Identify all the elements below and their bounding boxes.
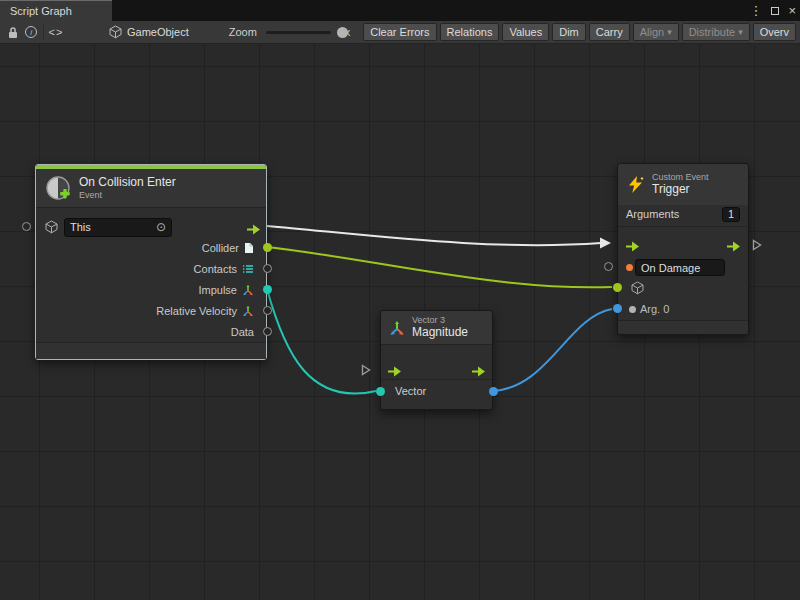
clear-errors-button[interactable]: Clear Errors	[363, 23, 436, 41]
arguments-label: Arguments	[626, 208, 679, 220]
caret-down-icon: ▾	[738, 27, 743, 37]
tab-title: Script Graph	[10, 5, 72, 17]
maximize-icon[interactable]	[771, 7, 779, 15]
lightning-icon	[626, 175, 645, 194]
vector3-axes-icon	[242, 284, 254, 296]
lock-button[interactable]	[4, 23, 22, 42]
wire-collider-to-target[interactable]	[267, 247, 612, 287]
window-controls: ⋮ ×	[749, 0, 796, 21]
node-trigger-custom-event[interactable]: Custom Event Trigger Arguments 1 On Dama…	[617, 163, 749, 335]
target-row: This ⊙	[36, 217, 266, 237]
button-label: Values	[509, 26, 542, 38]
port-row-data: Data	[36, 322, 266, 342]
node-footer	[618, 320, 748, 334]
flow-input-port[interactable]	[625, 238, 640, 249]
toolbar-buttons: Clear Errors Relations Values Dim Carry …	[363, 23, 796, 41]
node-subtitle: Event	[79, 190, 176, 200]
target-field[interactable]: This ⊙	[64, 218, 172, 237]
arg0-label: Arg. 0	[640, 303, 669, 315]
toolbar-separator	[43, 25, 44, 39]
node-vector3-magnitude[interactable]: Vector 3 Magnitude Vector	[380, 310, 493, 410]
arguments-value: 1	[728, 208, 734, 220]
overview-button[interactable]: Overv	[753, 23, 796, 41]
button-label: Clear Errors	[370, 26, 429, 38]
cube-icon	[631, 281, 644, 295]
zoom-slider[interactable]	[266, 31, 331, 34]
carry-button[interactable]: Carry	[589, 23, 630, 41]
port-row-relative-velocity: Relative Velocity	[36, 301, 266, 321]
arg0-dot-icon	[629, 306, 636, 313]
gameobject-cube-icon	[109, 25, 122, 39]
node-title: Trigger	[652, 183, 709, 197]
code-icon: <>	[49, 26, 64, 38]
code-view-button[interactable]: <>	[47, 23, 65, 42]
port-label: Vector	[395, 385, 426, 397]
info-icon: i	[25, 26, 37, 38]
flow-output-port[interactable]	[726, 238, 741, 249]
button-label: Distribute	[689, 26, 735, 38]
node-title: Magnitude	[412, 326, 468, 340]
arguments-field[interactable]: 1	[722, 207, 740, 222]
vector3-axes-icon	[389, 320, 405, 336]
flow-output-port[interactable]	[471, 363, 486, 374]
close-icon[interactable]: ×	[788, 4, 796, 17]
vector3-axes-icon	[242, 305, 254, 317]
port-relative-velocity-output[interactable]	[263, 306, 272, 315]
target-picker-icon[interactable]: ⊙	[156, 221, 166, 233]
node-on-collision-enter[interactable]: On Collision Enter Event This ⊙ Collider…	[35, 164, 267, 360]
row-divider	[381, 379, 492, 380]
info-button[interactable]: i	[22, 23, 40, 42]
row-divider	[618, 226, 748, 227]
values-button[interactable]: Values	[502, 23, 549, 41]
wire-magnitude-to-arg0[interactable]	[493, 309, 612, 391]
collider-doc-icon	[244, 242, 254, 254]
port-label: Contacts	[194, 263, 237, 275]
port-row-contacts: Contacts	[36, 259, 266, 279]
dim-button[interactable]: Dim	[552, 23, 586, 41]
port-trigger-target-input[interactable]	[613, 283, 622, 292]
port-data-output[interactable]	[263, 327, 272, 336]
breadcrumb[interactable]: GameObject	[103, 23, 195, 41]
lock-icon	[7, 26, 19, 39]
port-collider-output[interactable]	[263, 243, 272, 252]
wire-impulse-to-vector[interactable]	[267, 289, 376, 394]
wire-control-flow[interactable]	[267, 226, 601, 245]
button-label: Relations	[447, 26, 493, 38]
port-contacts-output[interactable]	[263, 264, 272, 273]
event-name-field[interactable]: On Damage	[635, 259, 725, 276]
node-footer	[36, 342, 266, 359]
node-header: Vector 3 Magnitude	[381, 311, 492, 345]
zoom-slider-knob[interactable]	[337, 27, 348, 38]
port-row-impulse: Impulse	[36, 280, 266, 300]
button-label: Overv	[760, 26, 789, 38]
port-arg0-input[interactable]	[613, 304, 622, 313]
event-icon	[45, 175, 71, 201]
tab-script-graph[interactable]: Script Graph	[0, 0, 112, 21]
flow-hint-triangle-icon	[752, 237, 762, 255]
node-title: On Collision Enter	[79, 176, 176, 190]
event-name-value: On Damage	[641, 262, 700, 274]
wire-arrowhead	[600, 238, 611, 249]
node-header: Custom Event Trigger	[618, 164, 748, 205]
node-header: On Collision Enter Event	[36, 169, 266, 208]
align-button[interactable]: Align▾	[633, 23, 679, 41]
button-label: Dim	[559, 26, 579, 38]
toolbar: i <> GameObject Zoom 1x Clear Errors Rel…	[0, 21, 800, 44]
flow-input-port[interactable]	[387, 363, 402, 374]
menu-icon[interactable]: ⋮	[749, 4, 762, 17]
breadcrumb-label: GameObject	[127, 26, 189, 38]
proximity-port-marker[interactable]	[604, 262, 613, 271]
port-vector-input[interactable]	[376, 387, 385, 396]
event-name-port[interactable]	[626, 264, 633, 271]
distribute-button[interactable]: Distribute▾	[682, 23, 750, 41]
port-magnitude-output[interactable]	[489, 387, 498, 396]
proximity-port-marker[interactable]	[22, 222, 31, 231]
port-label: Data	[231, 326, 254, 338]
button-label: Carry	[596, 26, 623, 38]
flow-output-port[interactable]	[246, 221, 261, 232]
graph-canvas[interactable]: On Collision Enter Event This ⊙ Collider…	[0, 44, 800, 600]
relations-button[interactable]: Relations	[440, 23, 500, 41]
button-label: Align	[640, 26, 664, 38]
port-impulse-output[interactable]	[263, 285, 272, 294]
arguments-row: Arguments 1	[626, 206, 740, 222]
